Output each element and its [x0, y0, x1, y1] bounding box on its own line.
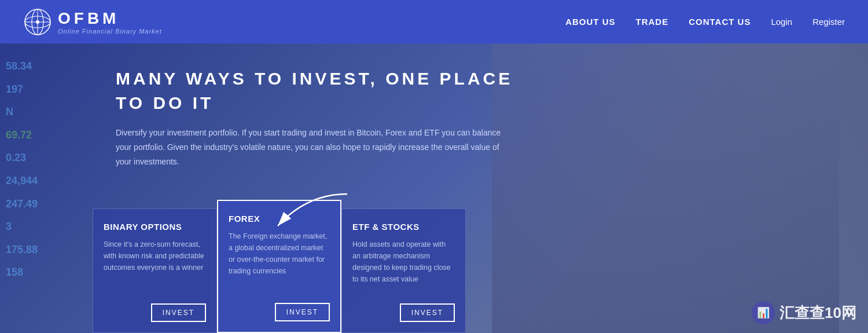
watermark-icon: 📊	[752, 301, 775, 324]
card-forex: FOREX The Foreign exchange market, a glo…	[217, 200, 341, 333]
card-etf-stocks: ETF & STOCKS Hold assets and operate wit…	[341, 208, 466, 333]
card-etf-stocks-desc: Hold assets and operate with an arbitrag…	[352, 239, 455, 285]
nav-item-trade[interactable]: TRADE	[636, 17, 669, 27]
card-forex-desc: The Foreign exchange market, a global de…	[229, 230, 330, 277]
card-binary-options-desc: Since it's a zero-sum forecast, with kno…	[104, 239, 206, 273]
card-forex-title: FOREX	[229, 214, 330, 224]
logo: OFBM Online Financial Binary Market	[23, 8, 162, 36]
nav-item-about-us[interactable]: ABOUT US	[565, 17, 615, 27]
watermark-text: 汇查查10网	[779, 303, 856, 323]
nav-item-contact-us[interactable]: CONTACT US	[689, 17, 751, 27]
logo-subtitle: Online Financial Binary Market	[58, 28, 162, 35]
logo-title: OFBM	[58, 9, 162, 28]
card-binary-options: BINARY OPTIONS Since it's a zero-sum for…	[93, 208, 217, 333]
navbar: OFBM Online Financial Binary Market ABOU…	[0, 0, 868, 43]
card-binary-options-invest-button[interactable]: INVEST	[151, 303, 206, 322]
hero-title: Many ways to invest, one place to do it	[116, 67, 752, 115]
nav-item-login[interactable]: Login	[771, 17, 792, 27]
nav-item-register[interactable]: Register	[812, 17, 845, 27]
watermark: 📊 汇查查10网	[752, 301, 856, 324]
card-etf-stocks-title: ETF & STOCKS	[352, 222, 455, 232]
card-forex-invest-button[interactable]: INVEST	[275, 303, 330, 321]
nav-links: ABOUT US TRADE CONTACT US Login Register	[565, 17, 845, 27]
card-binary-options-title: BINARY OPTIONS	[104, 222, 206, 232]
logo-icon	[23, 8, 52, 36]
hero-description: Diversify your investment portfolio. If …	[116, 126, 509, 170]
logo-text: OFBM Online Financial Binary Market	[58, 9, 162, 35]
hero-section: 58.34 197 N 69.72 0.23 24,944 247.49 3 1…	[0, 43, 868, 333]
investment-cards: BINARY OPTIONS Since it's a zero-sum for…	[93, 208, 466, 333]
hero-content: Many ways to invest, one place to do it …	[0, 43, 868, 204]
card-etf-stocks-invest-button[interactable]: INVEST	[400, 303, 455, 322]
